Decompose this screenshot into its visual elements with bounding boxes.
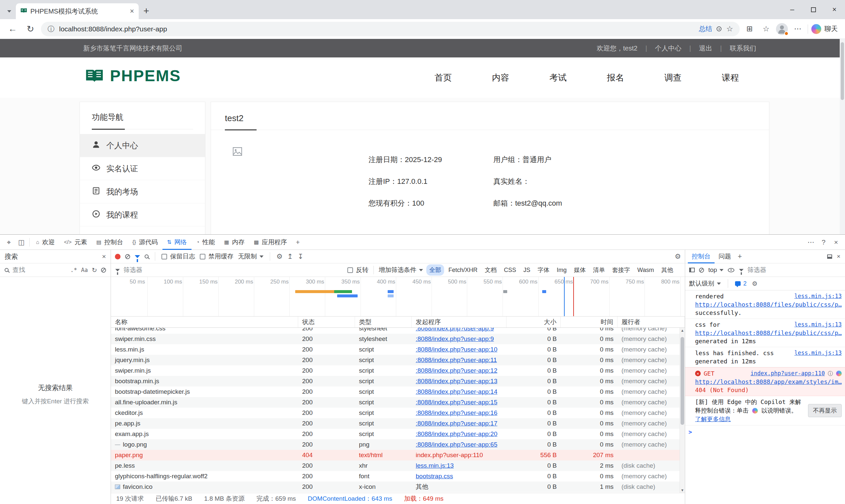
console-tab-0[interactable]: 控制台 (688, 250, 715, 264)
console-prompt[interactable] (685, 426, 845, 438)
nav-item-0[interactable]: 首页 (435, 72, 452, 84)
filter-pill-8[interactable]: 清单 (590, 264, 608, 275)
tab-search-chevron-icon[interactable] (3, 3, 16, 19)
network-request-row[interactable]: exam.app.js200script:8088/index.php?user… (111, 429, 680, 439)
live-expression-eye-icon[interactable] (728, 268, 734, 272)
sidebar-item-3[interactable]: 我的课程 (80, 203, 205, 227)
match-case-toggle-icon[interactable]: Aa (81, 267, 88, 273)
profile-tab-active[interactable]: test2 (225, 113, 257, 130)
throttling-dropdown[interactable]: 无限制 (238, 252, 264, 261)
devtools-tab-3[interactable]: {}源代码 (128, 235, 162, 250)
search-refresh-icon[interactable]: ↻ (92, 266, 97, 274)
topbar-link-0[interactable]: 个人中心 (655, 44, 682, 53)
console-settings-gear-icon[interactable]: ⚙ (752, 280, 757, 287)
devtools-more-icon[interactable]: ⋯ (805, 236, 817, 249)
dock-icon[interactable] (827, 254, 832, 259)
initiator-link[interactable]: :8088/index.php?user-app:15 (416, 399, 497, 406)
console-source-link[interactable]: less.min.js:13 (794, 321, 842, 329)
favorites-icon[interactable]: ☆ (759, 22, 773, 36)
network-request-row[interactable]: bootstrap.min.js200script:8088/index.php… (111, 376, 680, 386)
new-tab-button[interactable]: + (139, 3, 154, 18)
tab-close-icon[interactable]: × (130, 7, 134, 16)
filter-pill-1[interactable]: Fetch/XHR (445, 265, 480, 275)
devtools-tab-5[interactable]: ◔性能 (192, 235, 219, 250)
column-header-4[interactable]: 大小 (507, 317, 561, 327)
more-filters-dropdown[interactable]: 增加筛选条件 (379, 266, 423, 274)
browser-tab[interactable]: PHPEMS模拟考试系统 × (16, 3, 139, 19)
network-request-row[interactable]: glyphicons-halflings-regular.woff2200fon… (111, 471, 680, 482)
console-filter-input[interactable]: 筛选器 (739, 266, 841, 274)
devtools-close-icon[interactable]: × (830, 236, 842, 249)
url-bar[interactable]: ⓘ localhost:8088/index.php?user-app 总结 ☆ (41, 22, 740, 36)
initiator-link[interactable]: :8088/index.php?user-app:9 (416, 335, 494, 343)
initiator-link[interactable]: :8088/index.php?user-app:12 (416, 367, 497, 374)
devtools-tab-6[interactable]: ▦内存 (219, 235, 249, 250)
topbar-link-1[interactable]: 退出 (699, 44, 712, 53)
devtools-help-icon[interactable]: ? (817, 236, 830, 249)
scroll-up-icon[interactable]: ▲ (680, 328, 685, 332)
messages-badge-icon[interactable] (735, 281, 741, 286)
network-filter-input[interactable]: 筛选器 (115, 266, 344, 274)
device-toolbar-icon[interactable]: ◫ (15, 236, 28, 249)
console-tab-1[interactable]: 问题 (715, 250, 735, 264)
console-close-icon[interactable]: × (837, 253, 840, 260)
console-add-tab-button[interactable]: + (735, 252, 745, 261)
disable-cache-checkbox[interactable]: 禁用缓存 (200, 252, 233, 261)
initiator-link[interactable]: :8088/index.php?user-app:20 (416, 430, 497, 438)
filter-toggle-icon[interactable] (135, 255, 140, 258)
info-icon[interactable]: ⓘ (828, 369, 833, 378)
network-overview-timeline[interactable]: 50 ms100 ms150 ms200 ms250 ms300 ms350 m… (111, 277, 685, 317)
page-actions-icon[interactable] (717, 26, 722, 31)
filter-pill-3[interactable]: CSS (501, 265, 519, 275)
maximize-button[interactable] (803, 0, 824, 19)
initiator-link[interactable]: :8088/index.php?user-app:13 (416, 378, 497, 385)
initiator-link[interactable]: :8088/index.php?user-app:17 (416, 420, 497, 427)
nav-item-2[interactable]: 考试 (549, 72, 567, 84)
network-request-row[interactable]: less.min.js200script:8088/index.php?user… (111, 344, 680, 355)
filter-pill-4[interactable]: JS (521, 265, 533, 275)
network-search-icon[interactable] (145, 254, 148, 258)
summarize-button[interactable]: 总结 (699, 24, 712, 33)
column-header-2[interactable]: 类型 (355, 317, 412, 327)
devtools-tab-1[interactable]: </>元素 (59, 235, 92, 250)
refresh-button[interactable]: ↻ (23, 22, 38, 36)
filter-pill-7[interactable]: 媒体 (571, 264, 589, 275)
column-header-3[interactable]: 发起程序 (412, 317, 507, 327)
nav-item-1[interactable]: 内容 (492, 72, 509, 84)
clear-network-icon[interactable] (125, 254, 130, 259)
sidebar-item-1[interactable]: 实名认证 (80, 157, 205, 180)
page-scrollbar[interactable] (840, 39, 845, 234)
console-source-link[interactable]: less.min.js:13 (794, 292, 842, 300)
network-settings-gear-icon[interactable]: ⚙ (675, 252, 681, 260)
har-export-icon[interactable]: ↧ (298, 250, 303, 263)
initiator-link[interactable]: :8088/index.php?user-app:65 (416, 441, 497, 448)
devtools-tab-4[interactable]: ⇅网络 (162, 235, 192, 250)
network-request-row[interactable]: bootstrap-datetimepicker.js200script:808… (111, 386, 680, 397)
copilot-explain-icon[interactable] (836, 371, 842, 376)
invert-checkbox[interactable]: 反转 (347, 266, 369, 274)
chat-label[interactable]: 聊天 (825, 24, 838, 33)
page-scrollbar-thumb[interactable] (841, 42, 844, 100)
dont-show-again-button[interactable]: 不再显示 (808, 404, 842, 417)
filter-pill-5[interactable]: 字体 (534, 264, 552, 275)
initiator-link[interactable]: bootstrap.css (416, 473, 453, 480)
record-icon[interactable] (115, 254, 121, 259)
console-source-link[interactable]: less.min.js:13 (794, 349, 842, 357)
devtools-tab-2[interactable]: ▤控制台 (92, 235, 128, 250)
execution-context-dropdown[interactable]: top (708, 266, 723, 274)
network-scrollbar[interactable]: ▲ ▼ (680, 328, 685, 493)
column-header-1[interactable]: 状态 (298, 317, 355, 327)
network-scrollbar-thumb[interactable] (681, 337, 684, 425)
console-url-link[interactable]: http://localhost:8088/files/public/css/p… (695, 329, 842, 337)
nav-item-5[interactable]: 课程 (722, 72, 739, 84)
network-request-row[interactable]: —logo.png200png:8088/index.php?user-app:… (111, 439, 680, 450)
console-url-link[interactable]: http://localhost:8088/app/exam/styles/im… (695, 378, 842, 386)
initiator-link[interactable]: :8088/index.php?user-app:11 (416, 357, 497, 364)
log-level-dropdown[interactable]: 默认级别 (689, 279, 721, 288)
network-request-row[interactable]: jquery.min.js200script:8088/index.php?us… (111, 355, 680, 365)
sidebar-item-2[interactable]: 我的考场 (80, 180, 205, 203)
site-logo[interactable]: PHPEMS (84, 67, 181, 85)
initiator-link[interactable]: :8088/index.php?user-app:9 (416, 328, 494, 332)
regex-toggle-icon[interactable]: .* (70, 267, 77, 273)
devtools-tab-7[interactable]: ▩应用程序 (249, 235, 292, 250)
